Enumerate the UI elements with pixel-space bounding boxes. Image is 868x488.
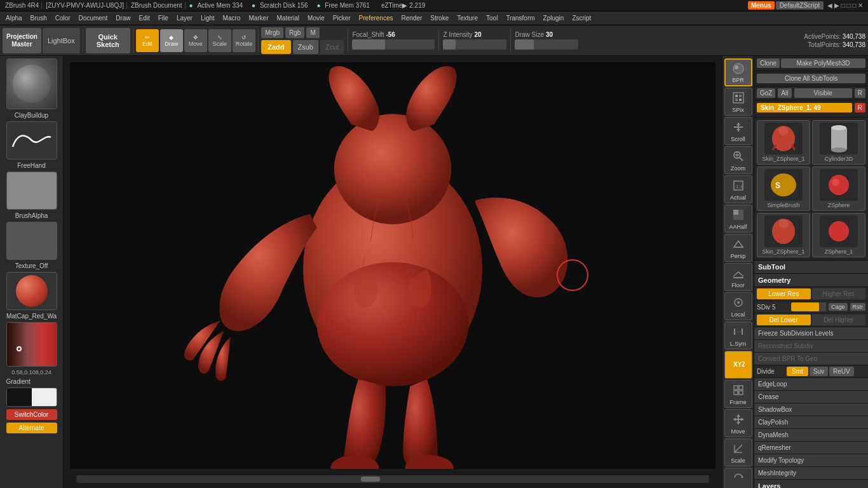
menu-picker[interactable]: Picker [330, 13, 354, 23]
brush-alpha-label[interactable]: BrushAlpha [6, 212, 57, 219]
xyz-button[interactable]: XYZ [724, 351, 752, 379]
menu-alpha[interactable]: Alpha [3, 13, 25, 23]
menu-transform[interactable]: Transform [503, 13, 538, 23]
scroll-button[interactable]: Scroll [724, 117, 752, 145]
mrgb-button[interactable]: Mrgb [261, 27, 283, 38]
move-icon-button[interactable]: Move [724, 409, 752, 437]
default-zscript-button[interactable]: DefaultZScript [776, 1, 824, 10]
brush-preview[interactable] [6, 58, 57, 109]
persp-button[interactable]: Persp [724, 234, 752, 262]
tool-item-zsphere2[interactable]: ZSphere_1 [812, 213, 865, 257]
quick-sketch-button[interactable]: Quick Sketch [86, 28, 130, 53]
menu-preferences[interactable]: Preferences [356, 13, 397, 23]
smt-button[interactable]: Smt [787, 367, 808, 376]
actual-button[interactable]: 1:1 Actual [724, 175, 752, 203]
clone-all-subtools-button[interactable]: Clone All SubTools [757, 74, 865, 83]
gradient-swatch[interactable] [6, 388, 57, 407]
convert-bpr-button[interactable]: Convert BPR To Geo [754, 353, 868, 365]
menu-layer[interactable]: Layer [173, 13, 196, 23]
shadowbox-button[interactable]: ShadowBox [754, 403, 868, 416]
del-lower-button[interactable]: Del Lower [757, 315, 811, 325]
draw-size-slider[interactable] [515, 39, 578, 50]
menu-draw[interactable]: Draw [112, 13, 133, 23]
clone-button[interactable]: Clone [757, 58, 780, 68]
projection-master-button[interactable]: Projection Master [3, 28, 41, 53]
brush-name-label[interactable]: ClayBuildup [6, 112, 57, 119]
focal-shift-slider[interactable] [352, 39, 435, 50]
matcap-label[interactable]: MatCap_Red_Wa [6, 313, 57, 320]
rgb-button[interactable]: Rgb [285, 27, 304, 38]
lightbox-button[interactable]: LightBox [43, 28, 80, 53]
subtool-section-title[interactable]: SubTool [754, 261, 868, 274]
all-button[interactable]: All [778, 88, 791, 98]
suv-button[interactable]: Suv [810, 367, 828, 376]
freehand-label[interactable]: FreeHand [6, 162, 57, 169]
layers-section-title[interactable]: Layers [754, 480, 868, 488]
menu-file[interactable]: File [155, 13, 172, 23]
cage-button[interactable]: Cage [829, 303, 848, 311]
qremesher-button[interactable]: qRemesher [754, 442, 868, 454]
local-button[interactable]: Local [724, 292, 752, 320]
menu-edit[interactable]: Edit [136, 13, 153, 23]
rstr-button[interactable]: Rstr [850, 303, 866, 311]
canvas-scrollbar[interactable] [76, 475, 709, 483]
spix-button[interactable]: SPix [724, 88, 752, 116]
matcap-preview[interactable] [6, 272, 57, 310]
menu-color[interactable]: Color [52, 13, 74, 23]
menu-tool[interactable]: Tool [483, 13, 501, 23]
freeze-subdiv-button[interactable]: Freeze SubDivision Levels [754, 327, 868, 340]
modify-topology-button[interactable]: Modify Topology [754, 454, 868, 467]
zadd-button[interactable]: Zadd [261, 40, 290, 54]
texture-label[interactable]: Texture_Off [6, 262, 57, 269]
higher-res-button[interactable]: Higher Res [812, 288, 866, 299]
menu-document[interactable]: Document [76, 13, 111, 23]
geometry-section-title[interactable]: Geometry [754, 274, 868, 287]
goz-button[interactable]: GoZ [757, 88, 775, 98]
menu-light[interactable]: Light [198, 13, 218, 23]
menu-zscript[interactable]: Zscript [569, 13, 594, 23]
move-button[interactable]: ✥ Move [184, 29, 207, 52]
skin-reset-button[interactable]: R [855, 103, 865, 112]
zcut-button[interactable]: Zcut [320, 40, 344, 54]
texture-preview[interactable] [6, 222, 57, 260]
rotate-button[interactable]: ↺ Rotate [233, 29, 256, 52]
menu-zplugin[interactable]: Zplugin [540, 13, 567, 23]
meshintegrity-button[interactable]: MeshIntegrity [754, 467, 868, 480]
tool-item-cylinder[interactable]: Cylinder3D [812, 120, 865, 165]
bpr-button[interactable]: BPR [724, 58, 752, 86]
menu-macro[interactable]: Macro [220, 13, 244, 23]
zoom-button[interactable]: Zoom [724, 146, 752, 174]
m-button[interactable]: M [306, 27, 319, 38]
edit-button[interactable]: ✏ Edit [136, 29, 159, 52]
draw-button[interactable]: ◆ Draw [160, 29, 183, 52]
scale-button[interactable]: ⤡ Scale [208, 29, 231, 52]
visible-button[interactable]: Visible [794, 88, 852, 98]
floor-button[interactable]: Floor [724, 263, 752, 291]
lightbox-r-button[interactable]: R [855, 88, 865, 98]
tool-item-simplebrush[interactable]: S SimpleBrush [757, 166, 810, 211]
claypolish-button[interactable]: ClayPolish [754, 416, 868, 429]
menu-marker[interactable]: Marker [245, 13, 271, 23]
rotate-icon-button[interactable]: Rotate [724, 468, 752, 488]
menu-stroke[interactable]: Stroke [427, 13, 452, 23]
menu-render[interactable]: Render [398, 13, 426, 23]
menu-movie[interactable]: Movie [304, 13, 328, 23]
z-intensity-slider[interactable] [443, 39, 506, 50]
frame-button[interactable]: Frame [724, 380, 752, 408]
brush-alpha-preview[interactable] [6, 172, 57, 210]
aahalf-button[interactable]: AAHalf [724, 205, 752, 233]
edgeloop-button[interactable]: EdgeLoop [754, 378, 868, 391]
reuv-button[interactable]: ReUV [829, 367, 854, 376]
dynamesh-button[interactable]: DynaMesh [754, 429, 868, 442]
menu-texture[interactable]: Texture [454, 13, 481, 23]
alternate-button[interactable]: Alternate [6, 423, 57, 433]
lsym-button[interactable]: L.Sym [724, 322, 752, 349]
canvas-inner[interactable] [70, 62, 715, 469]
tool-item-skin-zsphere2[interactable]: Skin_ZSphere_1 [757, 213, 810, 257]
scale-icon-button[interactable]: Scale [724, 438, 752, 466]
sdiv-slider[interactable] [791, 302, 826, 311]
crease-button[interactable]: Crease [754, 391, 868, 403]
reconstruct-subdiv-button[interactable]: Reconstruct Subdiv [754, 340, 868, 353]
lower-res-button[interactable]: Lower Res [757, 288, 811, 299]
del-higher-button[interactable]: Del Higher [812, 315, 866, 325]
